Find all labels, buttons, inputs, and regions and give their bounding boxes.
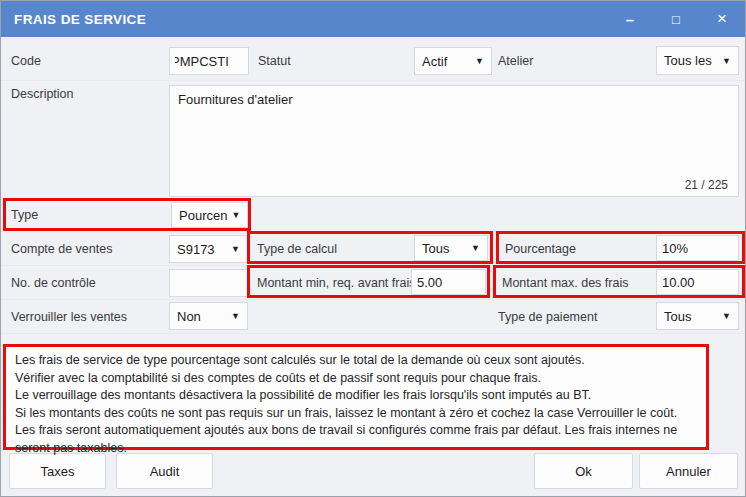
info-text-panel: Les frais de service de type pourcentage… [3, 344, 709, 450]
window-controls: – □ × [607, 1, 745, 37]
chevron-down-icon: ▼ [471, 243, 480, 253]
annuler-button[interactable]: Annuler [639, 453, 738, 489]
type-de-calcul-value: Tous [422, 241, 449, 256]
atelier-label: Atelier [498, 54, 533, 68]
chevron-down-icon: ▼ [475, 56, 484, 66]
verrouiller-les-ventes-value: Non [177, 309, 201, 324]
pourcentage-label: Pourcentage [505, 242, 576, 256]
statut-dropdown[interactable]: Actif ▼ [414, 47, 492, 75]
description-label: Description [11, 87, 74, 101]
taxes-button[interactable]: Taxes [9, 453, 106, 489]
type-de-calcul-dropdown[interactable]: Tous ▼ [414, 235, 488, 261]
no-de-controle-input[interactable] [169, 269, 248, 297]
minimize-icon[interactable]: – [607, 1, 653, 37]
chevron-down-icon: ▼ [722, 311, 731, 321]
montant-max-label: Montant max. des frais [502, 276, 628, 290]
char-counter: 21 / 225 [685, 178, 728, 192]
type-label: Type [11, 208, 38, 222]
compte-de-ventes-value: S9173 [177, 242, 215, 257]
code-label: Code [11, 54, 41, 68]
compte-de-ventes-dropdown[interactable]: S9173 ▼ [169, 235, 248, 263]
info-line: Vérifier avec la comptabilité si des com… [15, 370, 697, 388]
close-icon[interactable]: × [699, 1, 745, 37]
statut-value: Actif [422, 54, 447, 69]
chevron-down-icon: ▼ [231, 210, 240, 220]
type-value: Pourcen [179, 208, 227, 223]
pourcentage-input[interactable] [656, 235, 739, 261]
ok-button[interactable]: Ok [534, 453, 633, 489]
code-input[interactable] [169, 47, 249, 75]
row-divider [1, 231, 746, 232]
verrouiller-les-ventes-label: Verrouiller les ventes [11, 310, 127, 324]
statut-label: Statut [258, 54, 291, 68]
atelier-value: Tous les [664, 53, 712, 68]
info-line: Le verrouillage des montants désactivera… [15, 387, 697, 405]
chevron-down-icon: ▼ [722, 56, 731, 66]
montant-min-input-value[interactable] [412, 270, 485, 294]
pourcentage-input-value[interactable] [657, 236, 738, 260]
info-line: Les frais seront automatiquement ajoutés… [15, 422, 697, 457]
frais-de-service-dialog: FRAIS DE SERVICE – □ × Code Statut Actif… [0, 0, 746, 497]
chevron-down-icon: ▼ [231, 311, 240, 321]
dialog-title: FRAIS DE SERVICE [1, 12, 146, 27]
compte-de-ventes-label: Compte de ventes [11, 242, 112, 256]
info-line: Si les montants des coûts ne sont pas re… [15, 405, 697, 423]
title-bar: FRAIS DE SERVICE – □ × [1, 1, 745, 37]
chevron-down-icon: ▼ [231, 244, 240, 254]
type-de-calcul-label: Type de calcul [257, 242, 337, 256]
no-de-controle-label: No. de contrôle [11, 276, 96, 290]
code-input-value[interactable] [170, 48, 248, 74]
no-de-controle-input-value[interactable] [170, 270, 247, 296]
type-de-paiement-value: Tous [664, 309, 691, 324]
montant-max-input-value[interactable] [657, 270, 738, 294]
row-divider [1, 333, 746, 334]
description-value: Fournitures d'atelier [178, 92, 292, 107]
atelier-dropdown[interactable]: Tous les ▼ [656, 46, 739, 75]
type-de-paiement-label: Type de paiement [498, 310, 597, 324]
description-textarea[interactable]: Fournitures d'atelier 21 / 225 [169, 85, 739, 197]
info-line: Les frais de service de type pourcentage… [15, 352, 697, 370]
row-divider [1, 299, 746, 300]
type-dropdown[interactable]: Pourcen ▼ [171, 202, 248, 228]
montant-min-label: Montant min, req. avant frais [257, 276, 415, 290]
row-divider [1, 80, 746, 81]
montant-max-input[interactable] [656, 269, 739, 295]
montant-min-input[interactable] [411, 269, 486, 295]
maximize-icon[interactable]: □ [653, 1, 699, 37]
verrouiller-les-ventes-dropdown[interactable]: Non ▼ [169, 302, 248, 330]
row-divider [1, 265, 746, 266]
type-de-paiement-dropdown[interactable]: Tous ▼ [656, 302, 739, 330]
audit-button[interactable]: Audit [116, 453, 213, 489]
